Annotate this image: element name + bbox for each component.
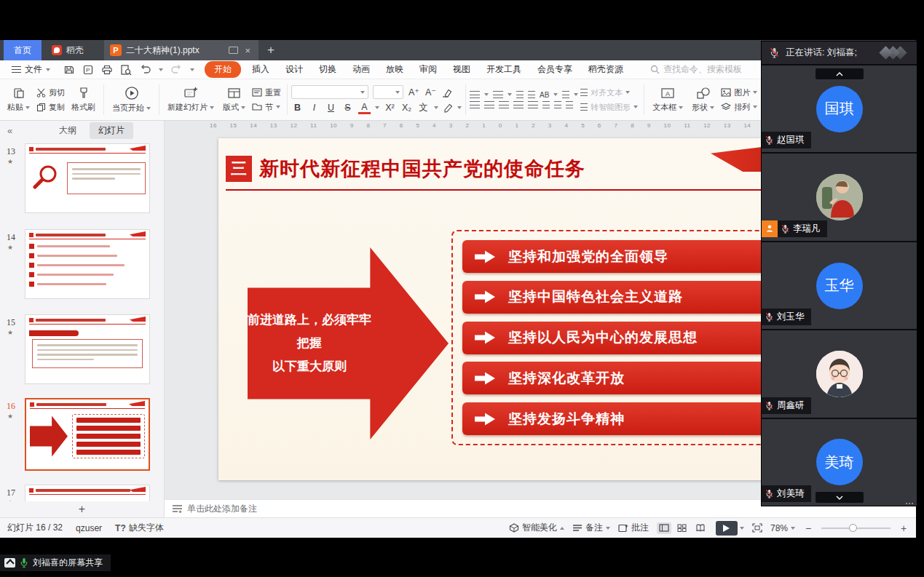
menu-tab-docer-res[interactable]: 稻壳资源 [580, 63, 631, 76]
highlight-dropdown-icon[interactable] [457, 106, 462, 109]
increase-indent-button[interactable] [528, 91, 535, 99]
participant-tile[interactable]: 玉华 刘玉华 [762, 242, 917, 330]
collapse-panel-button[interactable]: « [0, 125, 20, 136]
export-pdf-icon[interactable]: P [82, 64, 94, 76]
italic-button[interactable]: I [308, 101, 320, 114]
superscript-button[interactable]: X² [384, 101, 396, 114]
reading-view-button[interactable] [693, 522, 708, 534]
align-right-button[interactable] [499, 101, 509, 109]
text-effect-dropdown-icon[interactable] [434, 106, 438, 109]
slide-canvas[interactable]: 三 新时代新征程中国共产党的使命任务 前进道路上，必须牢牢把握 以下重大原则 坚… [218, 138, 827, 480]
decrease-indent-button[interactable] [516, 91, 524, 99]
participant-tile[interactable]: 国琪 赵国琪 [762, 65, 917, 154]
list-style-1-button[interactable] [542, 101, 550, 109]
scroll-up-button[interactable] [816, 68, 864, 79]
menu-tab-insert[interactable]: 插入 [244, 63, 277, 76]
slide-title-block[interactable]: 三 新时代新征程中国共产党的使命任务 [226, 156, 827, 191]
slide-15-preview[interactable] [25, 314, 150, 384]
menu-tab-member[interactable]: 会员专享 [529, 63, 580, 76]
tab-close-icon[interactable]: × [242, 45, 253, 56]
print-preview-icon[interactable] [120, 64, 132, 76]
menu-tab-review[interactable]: 审阅 [411, 63, 445, 76]
menu-tab-start[interactable]: 开始 [205, 61, 241, 78]
meeting-header[interactable]: 正在讲话: 刘福喜; [762, 41, 917, 65]
add-slide-button[interactable]: + [79, 503, 85, 516]
subscript-button[interactable]: X₂ [400, 101, 413, 114]
tab-slides[interactable]: 幻灯片 [90, 122, 133, 139]
bullets-button[interactable] [470, 91, 489, 99]
tab-docer[interactable]: 稻壳 [42, 40, 94, 60]
clear-format-icon[interactable] [441, 87, 452, 98]
fit-window-icon[interactable] [752, 523, 762, 533]
text-box-button[interactable]: A 文本框 [648, 85, 687, 114]
align-text-button[interactable]: 对齐文本 [578, 87, 640, 99]
tab-home[interactable]: 首页 [4, 40, 42, 60]
principle-bar[interactable]: 坚持以人民为中心的发展思想 [462, 322, 791, 354]
layout-button[interactable]: 版式 [218, 85, 250, 114]
shapes-button[interactable]: 形状 [687, 85, 719, 114]
slide-sorter-view-button[interactable] [675, 522, 690, 534]
smart-beautify-button[interactable]: 智能美化 [509, 522, 564, 534]
tab-outline[interactable]: 大纲 [50, 122, 85, 139]
menu-tab-slideshow[interactable]: 放映 [378, 63, 411, 76]
highlight-pen-icon[interactable] [443, 103, 453, 113]
comments-button[interactable]: 批注 [618, 522, 649, 534]
slideshow-play-button[interactable] [716, 521, 738, 536]
zoom-level[interactable]: 78% [770, 523, 795, 533]
section-button[interactable]: 节 [250, 101, 283, 114]
undo-icon[interactable] [139, 64, 151, 75]
menu-tab-devtools[interactable]: 开发工具 [478, 63, 529, 76]
zoom-slider[interactable] [821, 528, 891, 529]
panel-resize-grip[interactable] [906, 503, 913, 504]
list-style-2-button[interactable] [554, 101, 561, 109]
strikethrough-button[interactable]: S [341, 101, 354, 114]
slide-14-preview[interactable] [25, 229, 150, 299]
reset-button[interactable]: 重置 [250, 87, 283, 99]
grow-font-button[interactable]: A⁺ [408, 86, 420, 99]
slide-13-preview[interactable] [25, 143, 150, 213]
tab-monitor-icon[interactable] [229, 47, 238, 54]
new-tab-button[interactable]: + [267, 43, 275, 57]
align-left-button[interactable] [470, 101, 480, 109]
participant-tile[interactable]: 周鑫研 [762, 330, 917, 418]
screen-share-indicator[interactable]: 刘福喜的屏幕共享 [0, 554, 111, 571]
cut-button[interactable]: 剪切 [34, 87, 67, 99]
font-color-dropdown-icon[interactable] [375, 106, 379, 109]
participant-tile[interactable]: 美琦 刘美琦 [762, 419, 917, 506]
command-search[interactable]: 查找命令、搜索模板 [650, 63, 742, 76]
tab-document[interactable]: P 二十大精神(1).pptx × [104, 40, 258, 60]
format-painter-button[interactable]: 格式刷 [67, 85, 100, 114]
paste-button[interactable]: 粘贴 [3, 85, 34, 114]
picture-button[interactable]: 图片 [719, 87, 759, 99]
user-name[interactable]: qzuser [76, 523, 102, 533]
line-spacing-button[interactable] [562, 91, 578, 99]
play-from-current-button[interactable]: 当页开始 [108, 84, 155, 115]
font-size-select[interactable] [373, 85, 403, 99]
participant-tile[interactable]: 李瑞凡 [762, 154, 917, 242]
underline-button[interactable]: U [325, 101, 337, 114]
font-family-select[interactable] [291, 85, 368, 99]
list-style-3-button[interactable] [566, 101, 573, 109]
print-icon[interactable] [101, 64, 113, 76]
menu-tab-animation[interactable]: 动画 [344, 63, 378, 76]
bold-button[interactable]: B [291, 101, 304, 114]
zoom-in-button[interactable]: + [899, 522, 909, 534]
notes-toggle-button[interactable]: 备注 [572, 522, 610, 534]
play-options-icon[interactable] [740, 527, 744, 530]
principle-bar[interactable]: 坚持深化改革开放 [462, 362, 791, 394]
text-effect-button[interactable]: 文 [417, 101, 430, 114]
to-smartart-button[interactable]: 转智能图形 [578, 101, 640, 114]
undo-dropdown-icon[interactable] [159, 68, 163, 71]
zoom-slider-knob[interactable] [849, 524, 857, 532]
file-menu[interactable]: 文件 [6, 63, 56, 76]
numbering-button[interactable] [493, 91, 512, 99]
copy-button[interactable]: 复制 [34, 101, 67, 114]
text-direction-button[interactable]: AB [540, 91, 558, 99]
principle-bar[interactable]: 坚持中国特色社会主义道路 [462, 281, 791, 314]
principle-bar[interactable]: 坚持和加强党的全面领导 [462, 240, 791, 273]
shrink-font-button[interactable]: A⁻ [425, 86, 437, 99]
principles-box[interactable]: 坚持和加强党的全面领导 坚持中国特色社会主义道路 坚持以人民为中心的发展思想 坚… [451, 230, 802, 445]
arrange-button[interactable]: 排列 [719, 101, 759, 114]
scroll-down-button[interactable] [816, 492, 864, 503]
font-color-button[interactable]: A [358, 101, 371, 114]
